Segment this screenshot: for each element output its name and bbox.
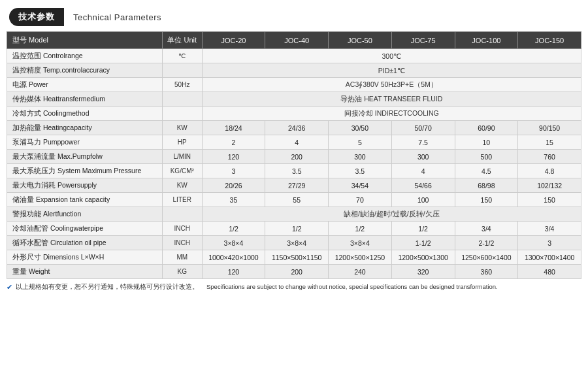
row-merged-value: PID±1℃ — [202, 63, 581, 78]
col-joc150: JOC-150 — [518, 32, 581, 49]
row-value: 3 — [202, 164, 265, 178]
row-value: 2 — [202, 135, 265, 150]
check-icon: ✔ — [7, 283, 12, 291]
row-label: 重量 Weight — [7, 265, 163, 279]
row-label: 温控范围 Controlrange — [7, 49, 163, 63]
col-joc50: JOC-50 — [329, 32, 392, 49]
row-label: 最大系统压力 System Maximum Pressure — [7, 164, 163, 178]
row-value: 24/36 — [265, 121, 329, 135]
row-value: 200 — [265, 265, 329, 279]
col-joc75: JOC-75 — [391, 32, 455, 49]
table-header-row: 型号 Model 单位 Unit JOC-20 JOC-40 JOC-50 JO… — [7, 32, 581, 49]
row-unit — [162, 63, 202, 78]
table-row: 电源 Power50HzAC3∮380V 50Hz3P+E（5M） — [7, 78, 581, 92]
row-value: 200 — [265, 150, 329, 164]
row-value: 27/29 — [265, 178, 329, 193]
row-value: 150 — [455, 193, 518, 207]
row-label: 循环水配管 Circulation oil pipe — [7, 236, 163, 250]
row-value: 3 — [518, 236, 581, 250]
row-value: 50/70 — [391, 121, 455, 135]
table-row: 冷却方式 Coolingmethod间接冷却 INDIRECTCOOLING — [7, 107, 581, 121]
row-value: 1/2 — [202, 222, 265, 236]
row-merged-value: AC3∮380V 50Hz3P+E（5M） — [202, 78, 581, 92]
row-value: 5 — [329, 135, 392, 150]
row-value: 240 — [329, 265, 392, 279]
col-joc100: JOC-100 — [455, 32, 518, 49]
row-unit: INCH — [162, 236, 202, 250]
row-value: 320 — [391, 265, 455, 279]
row-unit: KG/CM² — [162, 164, 202, 178]
row-label: 加热能量 Heatingcapacity — [7, 121, 163, 135]
footer-cn-text: 以上规格如有变更，恕不另行通知，特殊规格可另行设计改造。 — [16, 283, 199, 291]
row-value: 35 — [202, 193, 265, 207]
footer-en-text: Specifications are subject to change wit… — [206, 283, 498, 290]
row-unit: ℃ — [162, 49, 202, 63]
row-merged-value: 导热油 HEAT TRANSEER FLUID — [202, 92, 581, 107]
row-value: 1/2 — [265, 222, 329, 236]
row-label: 外形尺寸 Dimensions L×W×H — [7, 250, 163, 265]
row-value: 120 — [202, 265, 265, 279]
row-value: 1200×500×1300 — [391, 250, 455, 265]
row-label: 冷却油配管 Coolingwaterpipe — [7, 222, 163, 236]
row-value: 3×8×4 — [202, 236, 265, 250]
row-value: 3.5 — [265, 164, 329, 178]
row-value: 480 — [518, 265, 581, 279]
table-row: 最大电力消耗 PowersupplyKW20/2627/2934/5454/66… — [7, 178, 581, 193]
row-value: 3.5 — [329, 164, 392, 178]
row-unit: KW — [162, 178, 202, 193]
row-value: 60/90 — [455, 121, 518, 135]
row-value: 1/2 — [391, 222, 455, 236]
row-value: 150 — [518, 193, 581, 207]
table-row: 传热媒体 Heattransfermedium导热油 HEAT TRANSEER… — [7, 92, 581, 107]
col-joc20: JOC-20 — [202, 32, 265, 49]
row-label: 最大泵浦流量 Max.Pumpfolw — [7, 150, 163, 164]
row-unit: HP — [162, 135, 202, 150]
table-row: 加热能量 HeatingcapacityKW18/2424/3630/5050/… — [7, 121, 581, 135]
table-row: 储油量 Expansion tank capacityLITER35557010… — [7, 193, 581, 207]
row-value: 1150×500×1150 — [265, 250, 329, 265]
table-row: 警报功能 Alertfunction缺相/缺油/超时/过载/反转/欠压 — [7, 207, 581, 222]
table-row: 重量 WeightKG120200240320360480 — [7, 265, 581, 279]
row-label: 传热媒体 Heattransfermedium — [7, 92, 163, 107]
row-value: 30/50 — [329, 121, 392, 135]
table-row: 温控范围 Controlrange℃300℃ — [7, 49, 581, 63]
table-row: 冷却油配管 CoolingwaterpipeINCH1/21/21/21/23/… — [7, 222, 581, 236]
table-row: 泵浦马力 PumppowerHP2457.51015 — [7, 135, 581, 150]
row-value: 20/26 — [202, 178, 265, 193]
row-unit: LITER — [162, 193, 202, 207]
table-row: 温控精度 Temp.controlaccuracyPID±1℃ — [7, 63, 581, 78]
row-value: 55 — [265, 193, 329, 207]
row-label: 电源 Power — [7, 78, 163, 92]
header-badge: 技术参数 — [9, 8, 64, 26]
row-unit: L/MIN — [162, 150, 202, 164]
row-value: 54/66 — [391, 178, 455, 193]
table-row: 外形尺寸 Dimensions L×W×HMM1000×420×10001150… — [7, 250, 581, 265]
row-label: 冷却方式 Coolingmethod — [7, 107, 163, 121]
row-unit: INCH — [162, 222, 202, 236]
row-unit — [162, 207, 202, 222]
row-value: 3×8×4 — [329, 236, 392, 250]
row-value: 4.8 — [518, 164, 581, 178]
row-value: 300 — [391, 150, 455, 164]
row-value: 120 — [202, 150, 265, 164]
table-row: 循环水配管 Circulation oil pipeINCH3×8×43×8×4… — [7, 236, 581, 250]
row-value: 500 — [455, 150, 518, 164]
row-value: 3/4 — [455, 222, 518, 236]
row-unit — [162, 107, 202, 121]
row-value: 760 — [518, 150, 581, 164]
row-label: 警报功能 Alertfunction — [7, 207, 163, 222]
row-value: 1200×500×1250 — [329, 250, 392, 265]
row-value: 2-1/2 — [455, 236, 518, 250]
row-merged-value: 缺相/缺油/超时/过载/反转/欠压 — [202, 207, 581, 222]
row-value: 68/98 — [455, 178, 518, 193]
row-merged-value: 300℃ — [202, 49, 581, 63]
row-value: 7.5 — [391, 135, 455, 150]
row-value: 300 — [329, 150, 392, 164]
row-merged-value: 间接冷却 INDIRECTCOOLING — [202, 107, 581, 121]
table-row: 最大泵浦流量 Max.PumpfolwL/MIN1202003003005007… — [7, 150, 581, 164]
row-value: 4 — [391, 164, 455, 178]
row-label: 储油量 Expansion tank capacity — [7, 193, 163, 207]
row-value: 1300×700×1400 — [518, 250, 581, 265]
row-value: 34/54 — [329, 178, 392, 193]
row-value: 1-1/2 — [391, 236, 455, 250]
